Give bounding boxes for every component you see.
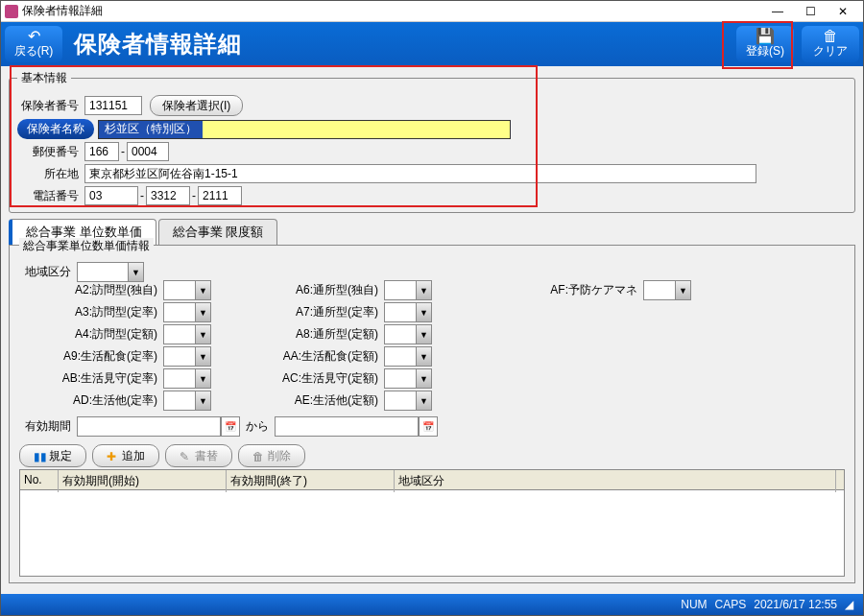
postal-label: 郵便番号 — [17, 144, 84, 160]
back-button-label: 戻る(R) — [14, 44, 54, 58]
unit-label: AF:予防ケアマネ — [442, 282, 643, 298]
chevron-down-icon: ▼ — [195, 281, 210, 299]
page-title: 保険者情報詳細 — [66, 22, 250, 66]
unit-select[interactable]: ▼ — [384, 280, 432, 300]
basic-info-legend: 基本情報 — [17, 70, 71, 86]
back-button[interactable]: ↶ 戻る(R) — [5, 26, 62, 62]
unit-group-legend: 総合事業単位数単価情報 — [19, 238, 154, 254]
delete-icon: 🗑 — [252, 450, 264, 462]
window-minimize-button[interactable]: ― — [761, 2, 794, 21]
add-icon: ✚ — [107, 450, 118, 462]
unit-label: AD:生活他(定率) — [19, 392, 163, 409]
unit-label: AA:生活配食(定額) — [221, 348, 384, 365]
window-maximize-button[interactable]: ☐ — [794, 2, 827, 21]
table-col-no: No. — [20, 470, 59, 492]
save-icon: 💾 — [756, 30, 775, 43]
unit-label: A8:通所型(定額) — [221, 326, 384, 343]
unit-select[interactable]: ▼ — [163, 302, 211, 322]
chevron-down-icon: ▼ — [416, 325, 431, 344]
register-button-label: 登録(S) — [746, 44, 784, 58]
region-select[interactable]: ▼ — [77, 262, 144, 282]
tel3-input[interactable] — [198, 186, 242, 205]
unit-label: AC:生活見守(定額) — [221, 370, 384, 387]
app-icon — [5, 5, 18, 18]
tel-label: 電話番号 — [17, 188, 84, 204]
table-header: No. 有効期間(開始) 有効期間(終了) 地域区分 — [19, 469, 845, 490]
period-separator: から — [240, 418, 275, 435]
trash-icon: 🗑 — [823, 30, 838, 43]
unit-select[interactable]: ▼ — [163, 346, 211, 367]
tel2-input[interactable] — [146, 186, 190, 205]
unit-select[interactable]: ▼ — [163, 324, 211, 344]
unit-label: A7:通所型(定率) — [221, 304, 384, 320]
period-to-input[interactable] — [275, 416, 419, 437]
insurer-name-label: 保険者名称 — [17, 119, 94, 139]
tel1-input[interactable] — [84, 186, 138, 205]
address-input[interactable] — [84, 164, 756, 183]
insurer-no-label: 保険者番号 — [17, 98, 84, 114]
unit-label: A6:通所型(独自) — [221, 282, 384, 298]
chevron-down-icon: ▼ — [195, 369, 210, 388]
unit-label: A2:訪問型(独自) — [19, 282, 163, 298]
unit-label: AE:生活他(定額) — [221, 392, 384, 409]
window-close-button[interactable]: ✕ — [827, 2, 859, 21]
tab-limit[interactable]: 総合事業 限度額 — [158, 219, 278, 245]
chevron-down-icon: ▼ — [195, 325, 210, 344]
delete-button[interactable]: 🗑削除 — [238, 444, 305, 467]
table-col-region: 地域区分 — [395, 470, 836, 492]
status-bar: NUM CAPS 2021/6/17 12:55 ◢ — [1, 594, 863, 615]
resize-grip-icon[interactable]: ◢ — [845, 598, 853, 611]
insurer-name-field[interactable]: 杉並区（特別区） — [98, 120, 511, 139]
unit-select[interactable]: ▼ — [163, 280, 211, 300]
unit-select[interactable]: ▼ — [384, 346, 432, 367]
unit-select[interactable]: ▼ — [163, 391, 211, 411]
insurer-no-input[interactable] — [84, 96, 142, 115]
select-insurer-button[interactable]: 保険者選択(I) — [150, 95, 243, 116]
status-num: NUM — [681, 598, 707, 611]
unit-select[interactable]: ▼ — [384, 391, 432, 411]
period-label: 有効期間 — [19, 418, 77, 435]
chevron-down-icon: ▼ — [128, 263, 143, 281]
chevron-down-icon: ▼ — [195, 347, 210, 366]
unit-label: AB:生活見守(定率) — [19, 370, 163, 387]
insurer-name-value: 杉並区（特別区） — [99, 121, 203, 138]
chevron-down-icon: ▼ — [416, 303, 431, 321]
chevron-down-icon: ▼ — [416, 369, 431, 388]
rewrite-icon: ✎ — [180, 450, 191, 462]
address-label: 所在地 — [17, 166, 84, 182]
basic-info-group: 基本情報 保険者番号 保険者選択(I) 保険者名称 杉並区（特別区） 郵便番号 … — [9, 70, 855, 213]
rewrite-button[interactable]: ✎書替 — [165, 444, 232, 467]
unit-select[interactable]: ▼ — [643, 280, 691, 300]
unit-label: A4:訪問型(定額) — [19, 326, 163, 343]
region-label: 地域区分 — [19, 264, 77, 280]
window-title: 保険者情報詳細 — [22, 3, 761, 19]
chevron-down-icon: ▼ — [675, 281, 690, 299]
clear-button[interactable]: 🗑 クリア — [802, 26, 859, 62]
chevron-down-icon: ▼ — [195, 391, 210, 410]
table-body[interactable] — [19, 490, 845, 577]
pause-icon: ▮▮ — [34, 450, 45, 462]
unit-select[interactable]: ▼ — [384, 302, 432, 322]
unit-select[interactable]: ▼ — [384, 368, 432, 389]
default-button[interactable]: ▮▮規定 — [19, 444, 86, 467]
period-from-calendar-button[interactable]: 📅 — [221, 416, 240, 437]
postal1-input[interactable] — [84, 142, 119, 161]
period-from-input[interactable] — [77, 416, 221, 437]
status-caps: CAPS — [715, 598, 747, 611]
clear-button-label: クリア — [813, 44, 848, 58]
unit-label: A3:訪問型(定率) — [19, 304, 163, 320]
status-datetime: 2021/6/17 12:55 — [754, 598, 837, 611]
chevron-down-icon: ▼ — [416, 281, 431, 299]
register-button[interactable]: 💾 登録(S) — [736, 26, 794, 62]
chevron-down-icon: ▼ — [416, 347, 431, 366]
chevron-down-icon: ▼ — [416, 391, 431, 410]
add-button[interactable]: ✚追加 — [92, 444, 159, 467]
unit-select[interactable]: ▼ — [163, 368, 211, 389]
chevron-down-icon: ▼ — [195, 303, 210, 321]
unit-select[interactable]: ▼ — [384, 324, 432, 344]
postal2-input[interactable] — [127, 142, 169, 161]
table-col-end: 有効期間(終了) — [227, 470, 395, 492]
period-to-calendar-button[interactable]: 📅 — [419, 416, 438, 437]
table-col-start: 有効期間(開始) — [59, 470, 227, 492]
back-arrow-icon: ↶ — [28, 30, 40, 43]
